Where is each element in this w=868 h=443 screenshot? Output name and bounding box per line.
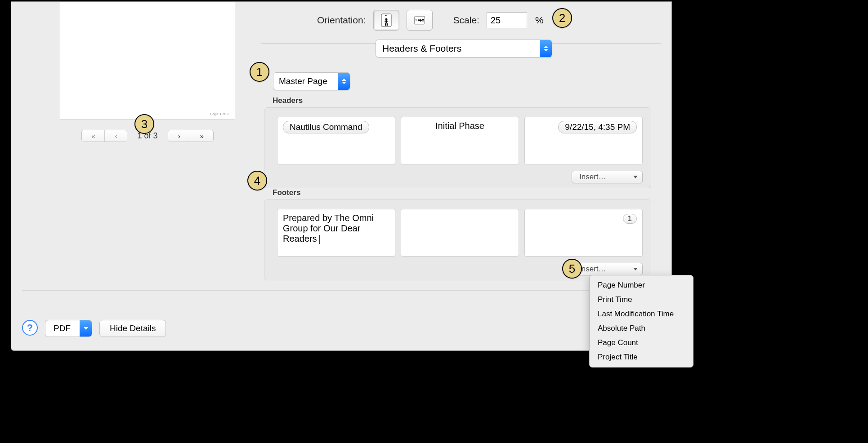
svg-rect-10: [422, 19, 424, 20]
footer-left-cell[interactable]: Prepared by The Omni Group for Our Dear …: [277, 209, 395, 257]
headers-insert-label: Insert…: [579, 173, 606, 181]
first-page-button[interactable]: «: [82, 130, 104, 142]
insert-menu-item[interactable]: Print Time: [590, 292, 693, 307]
bottom-bar: ? PDF Hide Details Cancel: [11, 306, 671, 350]
footer-left-text: Prepared by The Omni Group for Our Dear …: [283, 213, 374, 244]
header-center-cell[interactable]: Initial Phase: [401, 117, 519, 164]
orientation-label: Orientation:: [317, 15, 366, 26]
insert-menu-item[interactable]: Project Title: [590, 350, 693, 364]
insert-menu: Page Number Print Time Last Modification…: [589, 275, 694, 368]
pane-select[interactable]: Headers & Footers: [376, 40, 552, 58]
nav-back-pair: « ‹: [81, 130, 127, 142]
insert-menu-item[interactable]: Last Modification Time: [590, 307, 693, 321]
callout-1: 1: [250, 62, 269, 82]
insert-menu-item[interactable]: Page Number: [590, 278, 693, 292]
last-page-button[interactable]: »: [191, 130, 213, 142]
header-right-token[interactable]: 9/22/15, 4:35 PM: [558, 121, 637, 133]
svg-rect-4: [385, 23, 386, 26]
callout-2: 2: [552, 8, 572, 28]
insert-menu-item[interactable]: Page Count: [590, 336, 693, 350]
stepper-icon: [338, 73, 350, 90]
footers-insert-button[interactable]: Insert…: [572, 263, 643, 275]
portrait-button[interactable]: [373, 10, 399, 31]
portrait-icon: [381, 13, 392, 27]
landscape-button[interactable]: [407, 10, 433, 31]
footer-right-cell[interactable]: 1: [524, 209, 643, 257]
orientation-row: Orientation: Scale:: [263, 10, 661, 31]
chevron-down-icon: [633, 176, 638, 178]
prev-page-button[interactable]: ‹: [104, 130, 127, 142]
footer-right-token[interactable]: 1: [623, 214, 637, 224]
pane-select-label: Headers & Footers: [376, 43, 540, 54]
chevron-down-icon: [633, 268, 638, 270]
scale-unit: %: [535, 15, 544, 26]
page-scope-label: Master Page: [273, 76, 338, 86]
svg-point-1: [385, 18, 387, 21]
headers-panel: Headers Nautilus Command Initial Phase 9…: [264, 107, 651, 188]
print-dialog: Page 1 of 3 « ‹ 1 of 3 › » Orientation:: [11, 1, 672, 351]
insert-menu-item[interactable]: Absolute Path: [590, 321, 693, 336]
svg-rect-11: [422, 21, 424, 22]
help-button[interactable]: ?: [22, 320, 38, 336]
scale-label: Scale:: [453, 15, 479, 26]
headers-title: Headers: [273, 96, 303, 105]
headers-insert-button[interactable]: Insert…: [572, 171, 643, 183]
callout-3: 3: [134, 114, 154, 134]
footers-insert-label: Insert…: [579, 265, 606, 273]
svg-rect-9: [420, 19, 421, 22]
header-right-cell[interactable]: 9/22/15, 4:35 PM: [524, 117, 643, 164]
landscape-icon: [414, 13, 425, 27]
page-scope-select[interactable]: Master Page: [273, 72, 350, 90]
pdf-label: PDF: [45, 323, 80, 333]
pdf-button[interactable]: PDF: [45, 320, 92, 337]
header-left-cell[interactable]: Nautilus Command: [277, 117, 395, 164]
stepper-icon: [540, 40, 552, 57]
page-preview: Page 1 of 3: [60, 2, 235, 120]
svg-rect-5: [386, 23, 387, 26]
nav-fwd-pair: › »: [168, 130, 214, 142]
callout-5: 5: [562, 259, 582, 279]
divider-bottom: [22, 290, 661, 291]
text-caret: [319, 235, 320, 244]
footers-panel: Footers Prepared by The Omni Group for O…: [264, 199, 651, 280]
footers-title: Footers: [273, 188, 300, 197]
chevron-down-icon: [80, 320, 92, 337]
callout-4: 4: [247, 171, 267, 190]
svg-rect-3: [385, 21, 388, 22]
hide-details-button[interactable]: Hide Details: [99, 320, 166, 337]
preview-footer-text: Page 1 of 3: [210, 112, 228, 116]
svg-point-7: [418, 19, 420, 21]
next-page-button[interactable]: ›: [168, 130, 191, 142]
scale-input[interactable]: [487, 12, 527, 28]
header-left-token[interactable]: Nautilus Command: [283, 121, 369, 133]
footer-center-cell[interactable]: [401, 209, 519, 257]
